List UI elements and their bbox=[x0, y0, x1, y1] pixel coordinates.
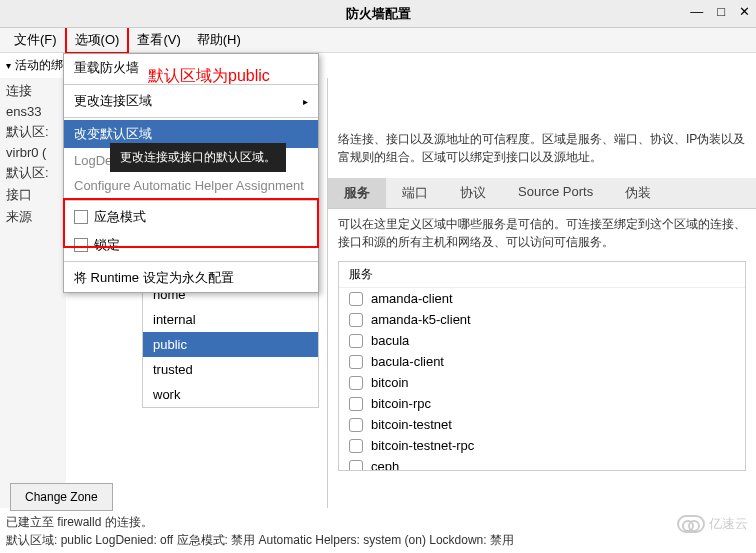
checkbox-icon[interactable] bbox=[349, 313, 363, 327]
minimize-button[interactable]: — bbox=[690, 4, 703, 19]
checkbox-icon[interactable] bbox=[349, 334, 363, 348]
tabstrip: 服务 端口 协议 Source Ports 伪装 bbox=[328, 178, 756, 209]
services-header: 服务 bbox=[339, 262, 745, 288]
tab-masquerade[interactable]: 伪装 bbox=[609, 178, 667, 208]
status-connection: 已建立至 firewalld 的连接。 bbox=[6, 514, 153, 531]
watermark: 亿速云 bbox=[677, 515, 748, 533]
maximize-button[interactable]: □ bbox=[717, 4, 725, 19]
svc-amanda-client[interactable]: amanda-client bbox=[339, 288, 745, 309]
left-panel: 连接 ens33 默认区: virbr0 ( 默认区: 接口 来源 bbox=[0, 78, 66, 508]
conn-ens33[interactable]: ens33 bbox=[6, 104, 66, 119]
default-zone-1: 默认区: bbox=[6, 123, 66, 141]
checkbox-icon[interactable] bbox=[349, 418, 363, 432]
menu-panic-mode[interactable]: 应急模式 bbox=[64, 203, 318, 231]
svc-bacula-client[interactable]: bacula-client bbox=[339, 351, 745, 372]
tooltip: 更改连接或接口的默认区域。 bbox=[110, 143, 286, 172]
zone-work[interactable]: work bbox=[143, 382, 318, 407]
menu-runtime-to-permanent[interactable]: 将 Runtime 设定为永久配置 bbox=[64, 264, 318, 292]
zone-public[interactable]: public bbox=[143, 332, 318, 357]
default-zone-2: 默认区: bbox=[6, 164, 66, 182]
checkbox-icon[interactable] bbox=[349, 376, 363, 390]
separator bbox=[64, 200, 318, 201]
menu-options[interactable]: 选项(O) bbox=[65, 26, 130, 54]
menu-auto-helper[interactable]: Configure Automatic Helper Assignment bbox=[64, 173, 318, 198]
options-dropdown: 重载防火墙 更改连接区域 改变默认区域 LogDenied Configure … bbox=[63, 53, 319, 293]
menu-file[interactable]: 文件(F) bbox=[6, 28, 65, 52]
svc-bitcoin-testnet[interactable]: bitcoin-testnet bbox=[339, 414, 745, 435]
tab-ports[interactable]: 端口 bbox=[386, 178, 444, 208]
checkbox-icon[interactable] bbox=[349, 439, 363, 453]
right-panel: 络连接、接口以及源地址的可信程度。区域是服务、端口、协议、IP伪装以及富规则的组… bbox=[328, 78, 756, 508]
zone-internal[interactable]: internal bbox=[143, 307, 318, 332]
svc-bitcoin[interactable]: bitcoin bbox=[339, 372, 745, 393]
titlebar: 防火墙配置 — □ ✕ bbox=[0, 0, 756, 28]
menu-help[interactable]: 帮助(H) bbox=[189, 28, 249, 52]
svc-bitcoin-rpc[interactable]: bitcoin-rpc bbox=[339, 393, 745, 414]
tab-source-ports[interactable]: Source Ports bbox=[502, 178, 609, 208]
services-list: 服务 amanda-client amanda-k5-client bacula… bbox=[338, 261, 746, 471]
tab-services[interactable]: 服务 bbox=[328, 178, 386, 208]
menu-lockdown[interactable]: 锁定 bbox=[64, 231, 318, 259]
menubar: 文件(F) 选项(O) 查看(V) 帮助(H) bbox=[0, 28, 756, 53]
svc-bitcoin-testnet-rpc[interactable]: bitcoin-testnet-rpc bbox=[339, 435, 745, 456]
annotation-text: 默认区域为public bbox=[148, 66, 270, 87]
menu-view[interactable]: 查看(V) bbox=[129, 28, 188, 52]
separator bbox=[64, 117, 318, 118]
separator bbox=[64, 261, 318, 262]
interfaces-label: 接口 bbox=[6, 186, 66, 204]
checkbox-icon[interactable] bbox=[349, 460, 363, 472]
checkbox-icon[interactable] bbox=[349, 355, 363, 369]
conn-label: 连接 bbox=[6, 82, 66, 100]
close-button[interactable]: ✕ bbox=[739, 4, 750, 19]
svc-ceph[interactable]: ceph bbox=[339, 456, 745, 471]
menu-change-conn-zone[interactable]: 更改连接区域 bbox=[64, 87, 318, 115]
zone-trusted[interactable]: trusted bbox=[143, 357, 318, 382]
sources-label: 来源 bbox=[6, 208, 66, 226]
status-bar: 默认区域: public LogDenied: off 应急模式: 禁用 Aut… bbox=[6, 532, 514, 549]
svc-bacula[interactable]: bacula bbox=[339, 330, 745, 351]
tab-protocols[interactable]: 协议 bbox=[444, 178, 502, 208]
svc-amanda-k5-client[interactable]: amanda-k5-client bbox=[339, 309, 745, 330]
checkbox-icon[interactable] bbox=[349, 292, 363, 306]
window-title: 防火墙配置 bbox=[346, 5, 411, 23]
zone-description: 络连接、接口以及源地址的可信程度。区域是服务、端口、协议、IP伪装以及富规则的组… bbox=[328, 78, 756, 172]
watermark-icon bbox=[677, 515, 705, 533]
change-zone-button[interactable]: Change Zone bbox=[10, 483, 113, 511]
checkbox-icon[interactable] bbox=[349, 397, 363, 411]
tab-description: 可以在这里定义区域中哪些服务是可信的。可连接至绑定到这个区域的连接、接口和源的所… bbox=[328, 209, 756, 257]
conn-virbr0[interactable]: virbr0 ( bbox=[6, 145, 66, 160]
